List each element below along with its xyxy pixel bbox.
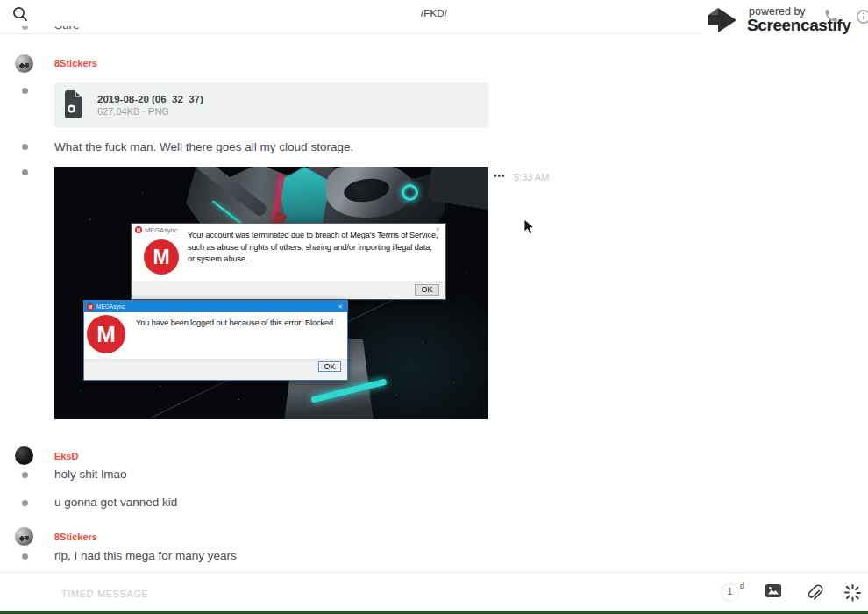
message-bullet bbox=[22, 500, 28, 506]
message-text: What the fuck man. Well there goes all m… bbox=[54, 140, 353, 154]
call-icon[interactable] bbox=[823, 8, 840, 24]
username[interactable]: EksD bbox=[54, 451, 79, 461]
message-bullet bbox=[22, 169, 28, 175]
mega-dialog-terminated: M MEGAsync ✕ M Your account was terminat… bbox=[132, 224, 445, 299]
screencastify-logo-icon bbox=[705, 4, 745, 39]
dialog-titlebar: M MEGAsync ✕ bbox=[84, 301, 347, 312]
file-icon bbox=[65, 90, 82, 118]
mouse-cursor bbox=[523, 218, 535, 239]
message-text: rip, I had this mega for many years bbox=[54, 549, 237, 562]
dialog-message: You have been logged out because of this… bbox=[136, 318, 342, 327]
mega-logo: M bbox=[87, 315, 125, 353]
close-icon: ✕ bbox=[338, 303, 345, 311]
dialog-line: Your account was terminated due to breac… bbox=[188, 230, 442, 242]
dialog-message: Your account was terminated due to breac… bbox=[188, 230, 442, 266]
artwork-stars bbox=[54, 167, 55, 168]
file-attachment[interactable]: 2019-08-20 (06_32_37) 627.04KB · PNG bbox=[54, 82, 488, 128]
image-upload-icon[interactable] bbox=[765, 582, 786, 603]
dialog-footer bbox=[84, 359, 347, 380]
message-input[interactable] bbox=[60, 583, 589, 604]
message-text: holy shit lmao bbox=[54, 468, 127, 481]
avatar[interactable] bbox=[15, 527, 33, 546]
file-size-type: 627.04KB · PNG bbox=[97, 106, 169, 117]
timer-circle: 1 bbox=[721, 583, 739, 602]
dialog-title: MEGAsync bbox=[96, 303, 125, 310]
timer-unit: d bbox=[740, 582, 744, 590]
mega-tray-icon: M bbox=[87, 303, 94, 311]
ok-button-focused: OK bbox=[318, 361, 341, 372]
message-bullet bbox=[22, 472, 28, 478]
message-overflow-menu[interactable]: ••• bbox=[494, 171, 506, 181]
timed-message-duration[interactable]: 1 d bbox=[721, 582, 750, 604]
exploding-message-icon[interactable] bbox=[843, 582, 864, 603]
dialog-title: MEGAsync bbox=[145, 226, 178, 234]
message-text: u gonna get vanned kid bbox=[54, 496, 177, 509]
attach-file-icon[interactable] bbox=[804, 582, 825, 603]
message-bullet bbox=[22, 88, 28, 94]
ok-button: OK bbox=[415, 284, 439, 296]
message-timestamp: 5:33 AM bbox=[514, 172, 549, 182]
file-name: 2019-08-20 (06_32_37) bbox=[97, 94, 203, 104]
dialog-footer bbox=[132, 281, 445, 299]
dialog-line: or system abuse. bbox=[188, 253, 442, 266]
avatar[interactable] bbox=[15, 54, 33, 73]
composer-bar: 1 d bbox=[0, 572, 868, 611]
mega-tray-icon: M bbox=[135, 226, 142, 233]
embedded-image-mega-screenshot[interactable]: M MEGAsync ✕ M Your account was terminat… bbox=[54, 167, 488, 419]
avatar[interactable] bbox=[15, 446, 33, 465]
dialog-line: such as abuse of rights of others; shari… bbox=[188, 242, 442, 254]
username[interactable]: 8Stickers bbox=[54, 532, 97, 542]
info-icon[interactable] bbox=[856, 9, 868, 25]
message-bullet bbox=[22, 553, 28, 560]
screencastify-watermark: powered by Screencastify bbox=[703, 0, 868, 40]
chat-app-window: /FKD/ Sure 8Stickers 2019-08-20 (06_32_3… bbox=[0, 0, 868, 614]
mega-logo: M bbox=[144, 239, 179, 275]
artwork-teal-ring bbox=[402, 184, 418, 201]
username[interactable]: 8Stickers bbox=[54, 58, 97, 68]
mega-dialog-logged-out: M MEGAsync ✕ M You have been logged out … bbox=[84, 301, 347, 380]
message-bullet bbox=[22, 144, 28, 150]
